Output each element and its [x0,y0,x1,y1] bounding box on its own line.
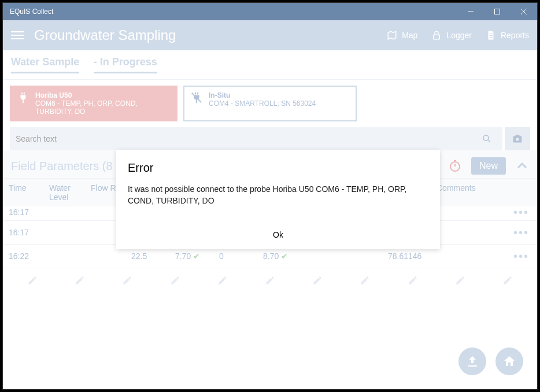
dialog-title: Error [128,161,428,175]
search-input[interactable] [16,134,482,143]
upload-icon [465,354,479,368]
device-desc: COM6 - TEMP, PH, ORP, COND, TURBIDITY, D… [35,99,171,116]
search-bar [10,127,502,150]
pencil-icon[interactable] [502,275,513,286]
svg-marker-4 [388,31,396,39]
row-menu-button[interactable]: ••• [513,206,529,219]
row-menu-button[interactable]: ••• [513,226,529,239]
upload-fab[interactable] [458,347,486,375]
cell-time: 16:22 [9,252,49,261]
map-icon [387,30,397,40]
row-menu-button[interactable]: ••• [513,250,529,263]
window-minimize-button[interactable] [457,3,484,20]
pencil-icon[interactable] [170,275,180,286]
search-icon[interactable] [482,134,492,144]
col-water-level: Water Level [49,183,91,202]
pencil-icon[interactable] [408,275,418,286]
plug-icon [17,91,29,104]
svg-point-12 [516,138,519,141]
app-header: Groundwater Sampling Map Logger Reports [3,20,537,50]
cell-last: 78.61146 [388,252,437,261]
col-comments: Comments [437,183,531,202]
section-title: Field Parameters (8 [11,160,113,173]
home-fab[interactable] [495,347,523,375]
cell-time: 16:17 [9,208,49,217]
check-icon: ✔ [193,252,200,261]
pencil-icon[interactable] [455,275,465,286]
window-title: EQuIS Collect [10,8,53,16]
dialog-ok-button[interactable]: Ok [266,228,290,242]
error-dialog: Error It was not possible connect to the… [116,150,440,249]
lock-icon [431,30,442,40]
cell-orp: 0 [219,252,263,261]
pencil-icon[interactable] [360,275,370,286]
svg-rect-1 [495,9,500,14]
pencil-icon[interactable] [27,275,38,286]
map-button[interactable]: Map [387,30,417,40]
pencil-icon[interactable] [312,275,323,286]
camera-button[interactable] [505,127,530,150]
window-maximize-button[interactable] [484,3,511,20]
device-name: Horiba U50 [35,91,171,99]
device-desc: COM4 - SMARTROLL; SN 563024 [209,99,316,108]
cell-ph: 7.70✔ [175,252,219,261]
logger-button[interactable]: Logger [431,30,472,40]
device-name: In-Situ [209,91,316,99]
tab-water-sample[interactable]: Water Sample [11,56,79,73]
hamburger-menu-button[interactable] [11,29,24,42]
cell-time: 16:17 [9,228,49,237]
reports-button[interactable]: Reports [486,30,529,40]
window-titlebar: EQuIS Collect [3,3,537,20]
cell-do: 8.70✔ [263,252,307,261]
pencil-icon[interactable] [217,275,228,286]
new-button[interactable]: New [471,157,506,175]
svg-rect-5 [434,35,440,39]
tab-in-progress[interactable]: - In Progress [94,56,157,73]
device-card-active[interactable]: Horiba U50 COM6 - TEMP, PH, ORP, COND, T… [10,86,177,121]
cell-temp: 22.5 [131,252,175,261]
svg-rect-8 [490,37,493,38]
window-close-button[interactable] [511,3,537,20]
pencil-icon[interactable] [122,275,132,286]
camera-icon [511,132,524,145]
document-icon [486,30,496,40]
check-icon: ✔ [281,252,288,261]
pencil-icon[interactable] [75,275,85,286]
device-card[interactable]: In-Situ COM4 - SMARTROLL; SN 563024 [183,86,357,121]
svg-point-10 [483,135,489,140]
timer-icon[interactable] [448,159,462,173]
plug-off-icon [190,91,203,104]
svg-rect-6 [490,34,493,34]
pencil-icon[interactable] [265,275,275,286]
page-title: Groundwater Sampling [34,27,176,43]
col-time: Time [9,183,49,202]
chevron-up-icon[interactable] [515,159,529,173]
tabs: Water Sample - In Progress [3,50,537,80]
home-icon [502,354,516,368]
svg-rect-7 [490,35,493,36]
edit-row [3,268,537,293]
svg-line-11 [488,140,490,142]
dialog-message: It was not possible connect to the probe… [128,184,428,206]
